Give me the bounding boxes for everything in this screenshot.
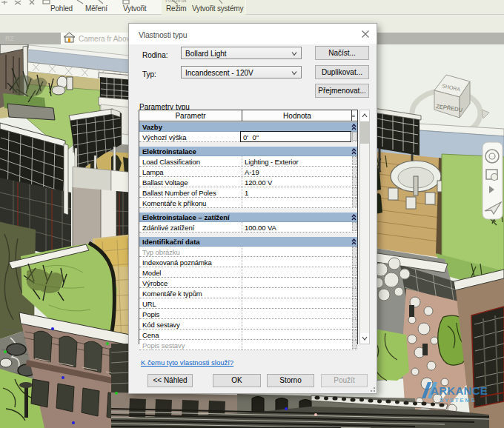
svg-text:ARKANCE: ARKANCE	[431, 384, 488, 397]
svg-text:R2: R2	[5, 35, 14, 42]
svg-text:SYSTEMS: SYSTEMS	[440, 397, 476, 404]
svg-text:Camera fr Abov: Camera fr Abov	[79, 35, 130, 43]
